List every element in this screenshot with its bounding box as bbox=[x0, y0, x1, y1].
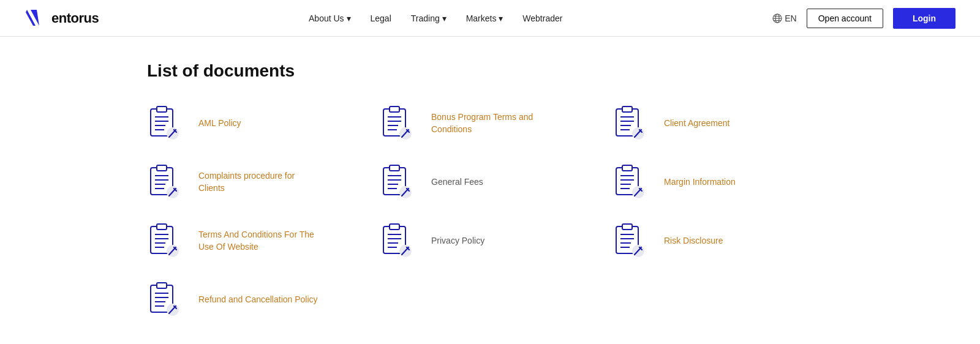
doc-icon-wrap bbox=[380, 220, 421, 262]
svg-rect-35 bbox=[157, 165, 167, 171]
svg-rect-17 bbox=[390, 107, 399, 112]
doc-icon-wrap bbox=[147, 279, 189, 321]
svg-rect-80 bbox=[622, 224, 632, 230]
doc-label: Refund and Cancellation Policy bbox=[198, 294, 318, 306]
nav-about-us[interactable]: About Us ▾ bbox=[309, 13, 350, 23]
nav-markets[interactable]: Markets ▾ bbox=[466, 13, 503, 23]
document-icon bbox=[612, 162, 647, 200]
svg-rect-53 bbox=[622, 165, 632, 171]
doc-label: Risk Disclosure bbox=[664, 235, 723, 247]
doc-item[interactable]: General Fees bbox=[380, 162, 600, 203]
svg-rect-44 bbox=[390, 165, 399, 171]
doc-label: Bonus Program Terms and Conditions bbox=[431, 111, 554, 135]
doc-icon-wrap bbox=[380, 103, 421, 144]
doc-item[interactable]: Bonus Program Terms and Conditions bbox=[380, 103, 600, 144]
doc-label: General Fees bbox=[431, 176, 483, 189]
svg-rect-26 bbox=[622, 107, 632, 112]
doc-label: Margin Information bbox=[664, 176, 736, 189]
documents-grid: AML Policy Bonus Program Terms and Condi… bbox=[147, 103, 833, 321]
doc-label: AML Policy bbox=[198, 118, 241, 130]
svg-rect-8 bbox=[157, 107, 167, 112]
doc-label: Terms And Conditions For The Use Of Webs… bbox=[198, 229, 321, 253]
doc-icon-wrap bbox=[147, 103, 189, 144]
document-icon bbox=[147, 279, 181, 317]
svg-rect-62 bbox=[157, 224, 167, 230]
document-icon bbox=[612, 103, 647, 141]
open-account-button[interactable]: Open account bbox=[807, 9, 883, 28]
doc-icon-wrap bbox=[147, 220, 189, 262]
doc-label: Privacy Policy bbox=[431, 235, 484, 247]
svg-rect-71 bbox=[390, 224, 399, 230]
header: entorus About Us ▾ Legal Trading ▾ Marke… bbox=[0, 0, 980, 37]
doc-item[interactable]: Terms And Conditions For The Use Of Webs… bbox=[147, 220, 368, 262]
doc-item[interactable]: Client Agreement bbox=[612, 103, 833, 144]
document-icon bbox=[147, 103, 181, 141]
nav-legal[interactable]: Legal bbox=[371, 13, 391, 23]
login-button[interactable]: Login bbox=[893, 8, 956, 29]
page-title: List of documents bbox=[147, 61, 833, 81]
document-icon bbox=[380, 220, 414, 258]
document-icon bbox=[380, 103, 414, 141]
doc-item[interactable]: Refund and Cancellation Policy bbox=[147, 279, 368, 321]
doc-item[interactable]: Privacy Policy bbox=[380, 220, 600, 262]
doc-label: Client Agreement bbox=[664, 118, 729, 130]
document-icon bbox=[612, 220, 647, 258]
logo-text: entorus bbox=[51, 10, 99, 26]
document-icon bbox=[380, 162, 414, 200]
doc-item[interactable]: Margin Information bbox=[612, 162, 833, 203]
doc-icon-wrap bbox=[612, 103, 654, 144]
doc-item[interactable]: AML Policy bbox=[147, 103, 368, 144]
language-selector[interactable]: EN bbox=[772, 13, 796, 23]
doc-icon-wrap bbox=[612, 220, 654, 262]
doc-icon-wrap bbox=[612, 162, 654, 203]
doc-icon-wrap bbox=[147, 162, 189, 203]
logo[interactable]: entorus bbox=[24, 7, 99, 29]
document-icon bbox=[147, 162, 181, 200]
language-label: EN bbox=[785, 13, 796, 23]
document-icon bbox=[147, 220, 181, 258]
doc-item[interactable]: Risk Disclosure bbox=[612, 220, 833, 262]
globe-icon bbox=[772, 13, 782, 23]
doc-icon-wrap bbox=[380, 162, 421, 203]
doc-label: Complaints procedure for Clients bbox=[198, 170, 321, 194]
nav-trading[interactable]: Trading ▾ bbox=[411, 13, 447, 23]
main-content: List of documents AML Policy Bonus Progr… bbox=[0, 37, 980, 344]
main-nav: About Us ▾ Legal Trading ▾ Markets ▾ Web… bbox=[309, 13, 562, 23]
header-right: EN Open account Login bbox=[772, 8, 956, 29]
nav-webtrader[interactable]: Webtrader bbox=[522, 13, 562, 23]
svg-rect-89 bbox=[157, 283, 167, 288]
doc-item[interactable]: Complaints procedure for Clients bbox=[147, 162, 368, 203]
